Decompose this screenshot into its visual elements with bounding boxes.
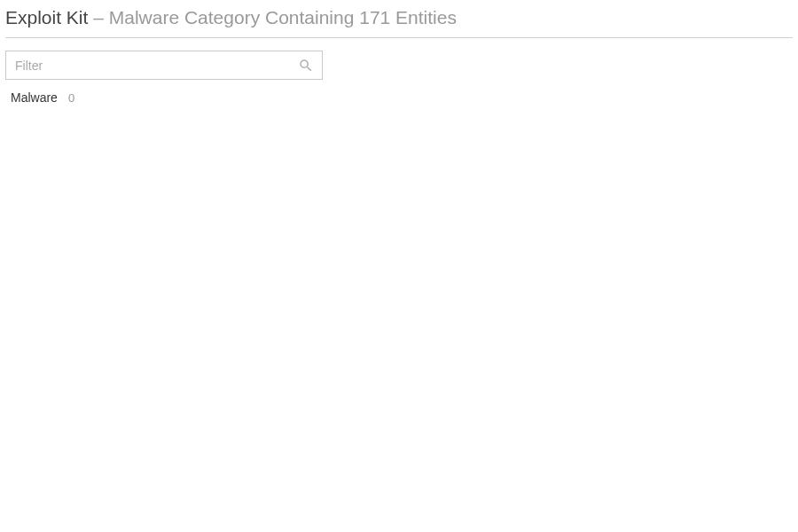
filter-input[interactable]	[5, 51, 323, 80]
category-label: Malware	[11, 90, 58, 105]
category-row[interactable]: Malware 0	[5, 89, 793, 106]
page-header: Exploit Kit – Malware Category Containin…	[5, 7, 793, 38]
filter-container	[5, 51, 323, 80]
page-title: Exploit Kit	[5, 7, 88, 27]
category-count: 0	[68, 91, 74, 105]
page-subtitle: Malware Category Containing 171 Entities	[109, 7, 457, 27]
page-title-separator: –	[88, 7, 108, 27]
